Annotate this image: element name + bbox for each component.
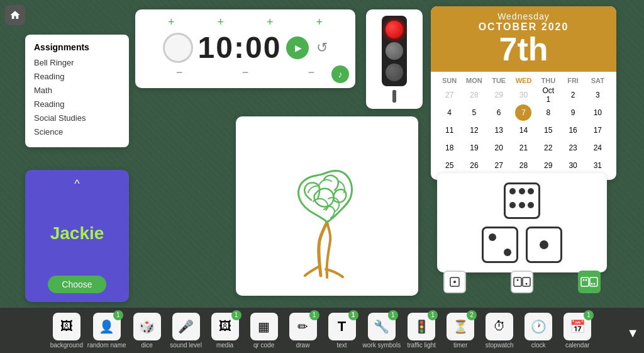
tool-item-sound-level[interactable]: 🎤sound level <box>168 313 204 349</box>
calendar-day[interactable]: 31 <box>589 157 606 174</box>
tool-item-random-name[interactable]: 👤1random name <box>87 313 126 349</box>
assignment-item[interactable]: Math <box>34 84 120 98</box>
dice-control-one[interactable] <box>443 271 466 293</box>
calendar-days-of-week: SUNMONTUEWEDTHUFRISAT <box>437 77 610 84</box>
calendar-day[interactable]: 9 <box>565 104 581 121</box>
calendar-week: 45678910 <box>437 104 610 121</box>
tool-icon-work-symbols: 🔧1 <box>368 313 396 340</box>
tool-item-qr-code[interactable]: ▦qr code <box>246 313 282 349</box>
calendar-day[interactable]: 21 <box>515 140 531 156</box>
assignment-item[interactable]: Social Studies <box>34 111 120 125</box>
assignment-item[interactable]: Reading <box>34 70 120 84</box>
timer-minus-row: − − − <box>147 66 344 79</box>
choose-button[interactable]: Choose <box>48 276 106 293</box>
timer-plus-minutes[interactable]: + <box>196 16 246 29</box>
calendar-day[interactable]: 28 <box>515 157 531 174</box>
timer-plus-row: + + + + <box>147 16 344 29</box>
calendar-day[interactable]: 23 <box>565 140 581 156</box>
calendar-day[interactable]: 27 <box>491 157 507 174</box>
calendar-day[interactable]: 16 <box>565 122 581 138</box>
tool-item-background[interactable]: 🖼background <box>48 313 85 349</box>
dice-control-two[interactable] <box>511 271 533 293</box>
calendar-day[interactable]: Oct 1 <box>540 87 557 103</box>
die-dot <box>504 249 511 256</box>
calendar-day[interactable]: 27 <box>441 87 458 103</box>
tool-item-media[interactable]: 🖼1media <box>207 313 243 349</box>
calendar-day[interactable]: 5 <box>466 104 482 121</box>
calendar-day[interactable]: 25 <box>441 157 458 174</box>
tool-item-work-symbols[interactable]: 🔧1work symbols <box>363 313 401 349</box>
user-chevron-icon[interactable]: ^ <box>74 177 79 191</box>
tool-item-timer[interactable]: ⏳2timer <box>442 313 479 349</box>
tool-label-draw: draw <box>296 342 310 349</box>
calendar-day[interactable]: 2 <box>565 87 581 103</box>
timer-minus-minutes[interactable]: − <box>213 66 279 79</box>
home-button[interactable] <box>5 5 25 25</box>
calendar-day[interactable]: 26 <box>466 157 482 174</box>
calendar-day[interactable]: 30 <box>565 157 581 174</box>
timer-plus-seconds[interactable]: + <box>245 16 295 29</box>
user-panel: ^ Jackie Choose <box>25 170 129 302</box>
calendar-day[interactable]: 12 <box>466 122 482 138</box>
calendar-day[interactable]: 7 <box>515 104 531 121</box>
assignment-item[interactable]: Science <box>34 125 120 139</box>
svg-rect-7 <box>590 277 597 286</box>
calendar-day[interactable]: 3 <box>589 87 606 103</box>
tool-badge-draw: 1 <box>309 310 319 320</box>
tool-badge-timer: 2 <box>467 310 477 320</box>
calendar-day[interactable]: 13 <box>491 122 507 138</box>
calendar-day[interactable]: 20 <box>491 140 507 156</box>
assignment-item[interactable]: Reading <box>34 98 120 111</box>
calendar-day-name: Wednesday <box>431 11 616 21</box>
tool-label-sound-level: sound level <box>170 342 202 349</box>
calendar-day[interactable]: 29 <box>491 87 507 103</box>
traffic-light-red <box>386 21 403 38</box>
tool-item-calendar[interactable]: 📅1calendar <box>559 313 596 349</box>
calendar-day[interactable]: 28 <box>466 87 482 103</box>
calendar-day[interactable]: 17 <box>589 122 606 138</box>
timer-plus-hours[interactable]: + <box>147 16 196 29</box>
calendar-day[interactable]: 18 <box>441 140 458 156</box>
tool-item-dice[interactable]: 🎲dice <box>129 313 165 349</box>
tool-item-clock[interactable]: 🕐clock <box>520 313 557 349</box>
timer-music-button[interactable]: ♪ <box>331 65 349 83</box>
dice-control-three-active[interactable] <box>578 271 601 293</box>
traffic-light-panel[interactable] <box>366 9 423 109</box>
tool-label-stopwatch: stopwatch <box>486 342 514 349</box>
calendar-day[interactable]: 4 <box>441 104 458 121</box>
calendar-day[interactable]: 8 <box>540 104 557 121</box>
calendar-day[interactable]: 19 <box>466 140 482 156</box>
tool-item-traffic-light[interactable]: 🚦1traffic light <box>403 313 440 349</box>
tool-icon-clock: 🕐 <box>525 313 552 340</box>
calendar-day[interactable]: 29 <box>540 157 557 174</box>
drawing-panel[interactable] <box>236 116 418 296</box>
calendar-day[interactable]: 11 <box>441 122 458 138</box>
tool-item-stopwatch[interactable]: ⏱stopwatch <box>481 313 518 349</box>
svg-rect-2 <box>514 277 521 286</box>
calendar-day[interactable]: 15 <box>540 122 557 138</box>
assignment-item[interactable]: Bell Ringer <box>34 56 120 70</box>
svg-point-4 <box>517 279 519 281</box>
tool-icon-dice: 🎲 <box>133 313 161 340</box>
svg-rect-3 <box>523 277 530 286</box>
tool-item-text[interactable]: T1text <box>324 313 360 349</box>
die-one <box>526 227 562 263</box>
calendar-header: Wednesday OCTOBER 2020 7th <box>431 6 616 72</box>
calendar-day[interactable]: 10 <box>589 104 606 121</box>
calendar-day[interactable]: 30 <box>515 87 531 103</box>
timer-play-button[interactable] <box>286 36 309 59</box>
calendar-week: 18192021222324 <box>437 140 610 156</box>
calendar-day[interactable]: 24 <box>589 140 606 156</box>
tool-icon-text: T1 <box>328 313 356 340</box>
calendar-day[interactable]: 14 <box>515 122 531 138</box>
traffic-light-yellow <box>386 42 403 60</box>
tool-label-background: background <box>50 342 83 349</box>
timer-minus-hours[interactable]: − <box>147 66 213 79</box>
calendar-day[interactable]: 6 <box>491 104 507 121</box>
tool-item-draw[interactable]: ✏1draw <box>285 313 321 349</box>
tool-label-text: text <box>337 342 347 349</box>
toolbar-scroll-down[interactable]: ▼ <box>626 326 639 340</box>
timer-plus-extra[interactable]: + <box>295 16 345 29</box>
calendar-day[interactable]: 22 <box>540 140 557 156</box>
timer-reset-button[interactable]: ↺ <box>316 40 328 56</box>
